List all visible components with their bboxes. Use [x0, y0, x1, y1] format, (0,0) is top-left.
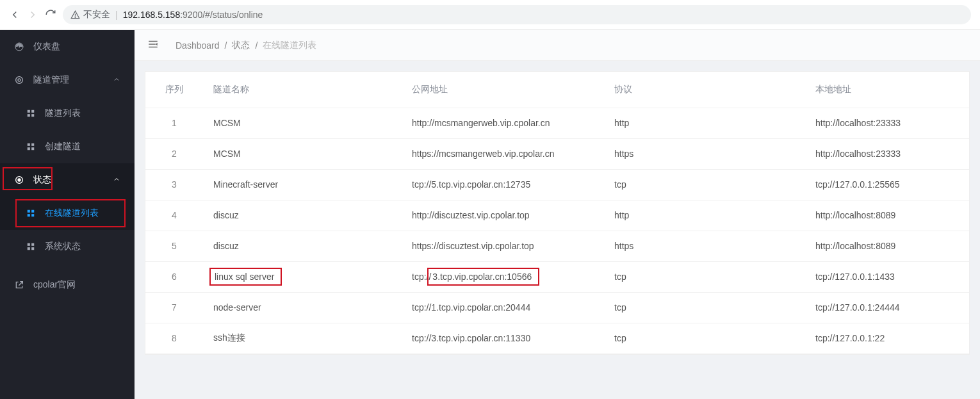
sidebar-item-tunnel-mgmt[interactable]: 隧道管理	[0, 63, 135, 97]
insecure-label: 不安全	[83, 9, 110, 20]
cell-proto: tcp	[604, 323, 805, 354]
svg-rect-22	[31, 247, 34, 250]
cell-index: 8	[145, 323, 203, 354]
col-name: 隧道名称	[203, 72, 402, 108]
sidebar-item-status[interactable]: 状态	[0, 163, 135, 197]
cell-name: discuz	[203, 231, 402, 261]
sidebar-item-system-status[interactable]: 系统状态	[0, 230, 135, 263]
sidebar-item-tunnel-create[interactable]: 创建隧道	[0, 130, 135, 163]
table-row: 1MCSMhttp://mcsmangerweb.vip.cpolar.cnht…	[145, 108, 969, 138]
reload-button[interactable]	[45, 9, 56, 20]
table-row: 4discuzhttp://discuztest.vip.cpolar.toph…	[145, 200, 969, 231]
cell-name: discuz	[203, 200, 402, 231]
cell-name: MCSM	[203, 108, 402, 138]
col-public: 公网地址	[402, 72, 604, 108]
dashboard-icon	[14, 42, 24, 52]
cell-public: https://discuztest.vip.cpolar.top	[402, 231, 604, 261]
sidebar: 仪表盘 隧道管理 隧道列表 创建隧道	[0, 30, 135, 399]
cell-local: http://localhost:23333	[805, 108, 969, 138]
table-row: 2MCSMhttps://mcsmangerweb.vip.cpolar.cnh…	[145, 138, 969, 169]
svg-rect-9	[28, 143, 30, 146]
svg-rect-12	[31, 147, 34, 150]
sidebar-item-label: 状态	[33, 174, 51, 186]
cell-index: 2	[145, 138, 203, 169]
sidebar-item-dashboard[interactable]: 仪表盘	[0, 30, 135, 63]
cell-proto: https	[604, 138, 805, 169]
cell-index: 1	[145, 108, 203, 138]
svg-point-1	[75, 17, 76, 17]
sidebar-item-cpolar-site[interactable]: cpolar官网	[0, 268, 135, 302]
svg-rect-21	[28, 247, 30, 250]
cell-proto: tcp	[604, 261, 805, 292]
cell-local: tcp://127.0.0.1:25565	[805, 169, 969, 200]
grid-icon	[26, 109, 36, 118]
sidebar-item-tunnel-list[interactable]: 隧道列表	[0, 97, 135, 130]
table-header-row: 序列 隧道名称 公网地址 协议 本地地址	[145, 72, 969, 108]
chevron-up-icon	[113, 175, 120, 185]
cell-local: tcp://127.0.0.1:1433	[805, 261, 969, 292]
col-index: 序列	[145, 72, 203, 108]
cell-name: linux sql server	[203, 261, 402, 292]
separator: |	[115, 10, 118, 20]
sidebar-toggle-button[interactable]	[147, 38, 159, 52]
browser-toolbar: 不安全 | 192.168.5.158:9200/#/status/online	[0, 0, 980, 30]
breadcrumb-root[interactable]: Dashboard	[176, 40, 220, 51]
cell-public: http://mcsmangerweb.vip.cpolar.cn	[402, 108, 604, 138]
back-button[interactable]	[9, 9, 20, 20]
table-row: 3Minecraft-servertcp://5.tcp.vip.cpolar.…	[145, 169, 969, 200]
cell-proto: http	[604, 108, 805, 138]
grid-icon	[26, 209, 36, 218]
chevron-up-icon	[113, 75, 120, 85]
cell-proto: tcp	[604, 169, 805, 200]
cell-index: 3	[145, 169, 203, 200]
table-row: 5discuzhttps://discuztest.vip.cpolar.top…	[145, 231, 969, 261]
external-link-icon	[14, 280, 24, 290]
cell-public: http://discuztest.vip.cpolar.top	[402, 200, 604, 231]
svg-rect-18	[31, 214, 34, 216]
cell-index: 5	[145, 231, 203, 261]
breadcrumb-leaf: 在线隧道列表	[263, 40, 316, 51]
breadcrumb-bar: Dashboard / 状态 / 在线隧道列表	[135, 30, 980, 61]
cell-proto: http	[604, 200, 805, 231]
table-card: 序列 隧道名称 公网地址 协议 本地地址 1MCSMhttp://mcsmang…	[145, 71, 970, 355]
cell-local: http://localhost:8089	[805, 200, 969, 231]
insecure-badge: 不安全	[70, 9, 110, 20]
cell-local: http://localhost:23333	[805, 138, 969, 169]
breadcrumb-mid[interactable]: 状态	[232, 40, 250, 51]
svg-point-4	[18, 79, 20, 81]
tunnel-icon	[14, 75, 24, 85]
svg-rect-6	[31, 110, 34, 113]
svg-rect-17	[28, 214, 30, 216]
svg-rect-10	[31, 143, 34, 146]
url-text: 192.168.5.158:9200/#/status/online	[123, 10, 263, 20]
svg-rect-7	[28, 114, 30, 117]
sidebar-item-label: 在线隧道列表	[45, 208, 99, 219]
grid-icon	[26, 242, 36, 251]
sidebar-item-online-list[interactable]: 在线隧道列表	[0, 197, 135, 230]
table-row: 6linux sql servertcp://3.tcp.vip.cpolar.…	[145, 261, 969, 292]
address-bar[interactable]: 不安全 | 192.168.5.158:9200/#/status/online	[63, 5, 971, 24]
cell-index: 6	[145, 261, 203, 292]
cell-local: tcp://127.0.0.1:24444	[805, 292, 969, 323]
grid-icon	[26, 142, 36, 151]
cell-public: tcp://3.tcp.vip.cpolar.cn:11330	[402, 323, 604, 354]
cell-local: tcp://127.0.0.1:22	[805, 323, 969, 354]
cell-name: node-server	[203, 292, 402, 323]
cell-proto: https	[604, 231, 805, 261]
sidebar-item-label: 系统状态	[45, 241, 81, 252]
cell-local: http://localhost:8089	[805, 231, 969, 261]
col-local: 本地地址	[805, 72, 969, 108]
svg-rect-8	[31, 114, 34, 117]
sidebar-item-label: 隧道列表	[45, 108, 81, 119]
forward-button[interactable]	[27, 9, 38, 20]
svg-rect-20	[31, 243, 34, 246]
cell-name: MCSM	[203, 138, 402, 169]
cell-index: 7	[145, 292, 203, 323]
main-content: Dashboard / 状态 / 在线隧道列表 序列 隧道名称 公网地址 协议 …	[135, 30, 980, 399]
svg-rect-19	[28, 243, 30, 246]
svg-rect-16	[31, 210, 34, 213]
cell-index: 4	[145, 200, 203, 231]
sidebar-item-label: 创建隧道	[45, 141, 81, 152]
sidebar-item-label: 仪表盘	[33, 41, 60, 53]
cell-public: tcp://1.tcp.vip.cpolar.cn:20444	[402, 292, 604, 323]
